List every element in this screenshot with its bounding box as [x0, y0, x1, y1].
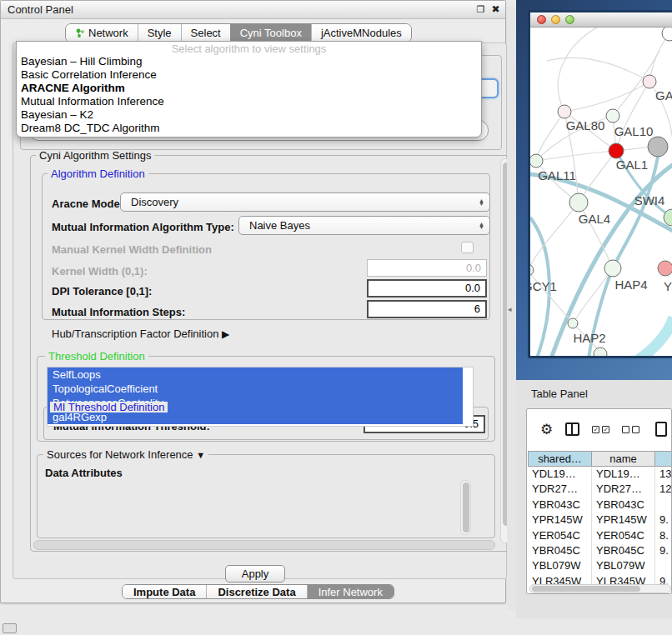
sources-title: Sources for Network Inference: [47, 448, 193, 461]
node-label: GAL11: [538, 168, 576, 182]
table-cell: 8.: [655, 528, 672, 543]
network-node-gal10[interactable]: [606, 109, 619, 122]
tab-jactivemnodules[interactable]: jActiveMNodules: [311, 24, 411, 42]
mi-type-combobox[interactable]: Naive Bayes ▲▼: [238, 216, 490, 235]
algorithm-option[interactable]: ARACNE Algorithm: [17, 82, 481, 95]
panel-title: Control Panel: [8, 3, 73, 16]
table-row[interactable]: YLR345WYLR345W9.: [528, 574, 672, 584]
tab-cyni-toolbox[interactable]: Cyni Toolbox: [230, 24, 311, 42]
network-node[interactable]: [662, 28, 672, 41]
table-panel: Table Panel ⚙ ✓✓ shared…name YDL19…YDL19…: [516, 380, 672, 618]
node-label: GAL1: [616, 158, 648, 172]
table-cell: [655, 498, 672, 512]
network-node-hap4[interactable]: [604, 260, 621, 277]
attribute-item[interactable]: SelfLoops: [48, 368, 463, 382]
column-header[interactable]: shared…: [528, 451, 592, 467]
expand-arrow-icon[interactable]: ▶: [222, 328, 229, 340]
network-node[interactable]: [648, 137, 668, 157]
hub-definition-toggle[interactable]: Hub/Transcription Factor Definition ▶: [52, 328, 229, 340]
table-row[interactable]: YBR043CYBR043C: [528, 498, 672, 512]
tab-style[interactable]: Style: [138, 24, 181, 42]
data-attributes-list[interactable]: SelfLoopsTopologicalCoefficientBetweenne…: [47, 367, 474, 427]
node-table: ⚙ ✓✓ shared…name YDL19…YDL19…13YDR27…YDR…: [526, 408, 672, 594]
threshold-title: Threshold Definition: [45, 351, 148, 362]
table-body: YDL19…YDL19…13YDR27…YDR27…12YBR043CYBR04…: [528, 467, 672, 584]
node-label: SWI4: [634, 193, 665, 208]
tab-label: Network: [88, 27, 128, 39]
sources-toggle[interactable]: Sources for Network Inference ▼: [43, 449, 208, 461]
attributes-vscrollbar[interactable]: [460, 480, 471, 535]
traffic-light-minimize-icon[interactable]: [551, 15, 560, 24]
table-row[interactable]: YBL079WYBL079W: [528, 558, 672, 573]
columns-icon[interactable]: [565, 422, 579, 436]
algorithm-option[interactable]: Basic Correlation Inference: [17, 68, 481, 82]
checked-boxes-icon[interactable]: ✓✓: [592, 426, 609, 433]
network-node[interactable]: [594, 348, 607, 356]
table-cell: YBR045C: [592, 543, 655, 558]
manual-kernel-checkbox[interactable]: [461, 242, 474, 253]
dpi-tolerance-field[interactable]: 0.0: [367, 279, 487, 298]
tab-select[interactable]: Select: [181, 24, 230, 42]
gear-icon[interactable]: ⚙: [540, 422, 553, 437]
algorithm-option[interactable]: Dream8 DC_TDC Algorithm: [17, 122, 481, 135]
network-desktop: GALGAL80GAL10GAL1GAL11GAL4SWI4GCY1HAP4YH…: [516, 0, 672, 380]
apply-button[interactable]: Apply: [225, 565, 285, 582]
attribute-item[interactable]: TopologicalCoefficient: [48, 382, 463, 396]
network-graph[interactable]: GALGAL80GAL10GAL1GAL11GAL4SWI4GCY1HAP4YH…: [530, 28, 672, 356]
network-node-gal11[interactable]: [530, 154, 543, 168]
network-node-y[interactable]: [658, 261, 672, 276]
tab-label: Cyni Toolbox: [240, 27, 302, 39]
algorithm-option[interactable]: Mutual Information Inference: [17, 95, 481, 108]
table-row[interactable]: YDL19…YDL19…13: [528, 467, 672, 482]
tab-label: jActiveMNodules: [321, 27, 402, 39]
table-hscrollbar-thumb[interactable]: [532, 586, 640, 592]
tab-infer-network[interactable]: Infer Network: [307, 585, 394, 598]
table-hscrollbar[interactable]: [529, 584, 671, 593]
node-label: HAP2: [573, 331, 605, 345]
network-node-gcy1[interactable]: [530, 264, 534, 276]
node-label: GCY1: [530, 279, 557, 293]
algorithm-definition-title: Algorithm Definition: [48, 168, 148, 179]
network-node-gal4[interactable]: [569, 193, 588, 212]
aracne-mode-value: Discovery: [131, 196, 479, 208]
traffic-light-zoom-icon[interactable]: [565, 15, 574, 24]
network-node-hap2[interactable]: [568, 318, 578, 328]
network-node[interactable]: [643, 75, 656, 88]
collapse-arrow-icon[interactable]: ▼: [196, 450, 205, 460]
tab-impute-data[interactable]: Impute Data: [123, 585, 206, 598]
traffic-light-close-icon[interactable]: [537, 15, 546, 24]
table-cell: YLR345W: [592, 574, 655, 584]
table-cell: 13: [655, 467, 672, 482]
table-cell: YPR145W: [592, 512, 655, 528]
node-label: GAL10: [614, 124, 654, 138]
attributes-vscrollbar-thumb[interactable]: [463, 482, 469, 532]
network-view-window[interactable]: GALGAL80GAL10GAL1GAL11GAL4SWI4GCY1HAP4YH…: [528, 10, 672, 358]
table-row[interactable]: YER054CYER054C8.: [528, 528, 672, 543]
network-window-titlebar[interactable]: [530, 12, 672, 28]
corner-grip[interactable]: [3, 623, 17, 633]
tab-network[interactable]: Network: [66, 24, 138, 42]
unchecked-boxes-icon[interactable]: [622, 426, 639, 433]
table-row[interactable]: YBR045CYBR045C9.: [528, 543, 672, 558]
column-header[interactable]: name: [592, 451, 655, 467]
mi-steps-field[interactable]: 6: [367, 300, 487, 318]
splitter-arrow-icon[interactable]: ◂: [508, 305, 512, 313]
cyni-settings-title: Cyni Algorithm Settings: [36, 150, 154, 161]
algorithm-option[interactable]: Bayesian – K2: [17, 108, 481, 122]
close-icon[interactable]: ✖: [489, 3, 502, 16]
table-row[interactable]: YDR27…YDR27…12: [528, 482, 672, 497]
table-cell: YER054C: [592, 528, 655, 543]
mi-type-value: Naive Bayes: [249, 219, 479, 232]
restore-icon[interactable]: ❐: [474, 3, 487, 16]
tab-label: Select: [191, 27, 221, 39]
settings-hscrollbar[interactable]: [33, 540, 495, 550]
aracne-mode-combobox[interactable]: Discovery ▲▼: [120, 192, 490, 212]
network-node-gal80[interactable]: [558, 105, 571, 118]
table-row[interactable]: YPR145WYPR145W9.: [528, 512, 672, 528]
algorithm-option[interactable]: Bayesian – Hill Climbing: [17, 55, 481, 68]
file-icon[interactable]: [655, 422, 667, 437]
network-node-gal1[interactable]: [609, 143, 624, 158]
column-header[interactable]: [655, 451, 672, 467]
tab-discretize-data[interactable]: Discretize Data: [206, 585, 306, 598]
table-cell: YDR27…: [528, 482, 592, 497]
